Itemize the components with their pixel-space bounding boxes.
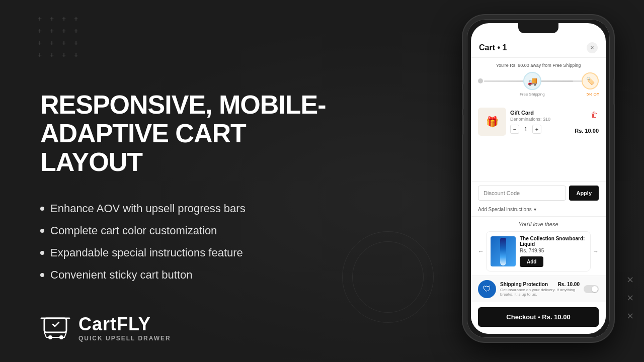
special-instructions-toggle[interactable]: Add Special instructions ▾ xyxy=(478,207,599,212)
phone-frame: Cart • 1 × You're Rs. 90.00 away from Fr… xyxy=(463,15,614,342)
discount-icon: 🏷️ xyxy=(582,72,599,89)
cart-logo-icon xyxy=(40,315,70,340)
upsell-product-name: The Collection Snowboard: Liquid xyxy=(520,236,586,247)
upsell-product-image xyxy=(491,236,516,266)
upsell-add-button[interactable]: Add xyxy=(520,256,543,267)
discount-section: Apply xyxy=(471,181,606,205)
main-heading: RESPONSIVE, MOBILE- ADAPTIVE CART LAYOUT xyxy=(40,90,352,177)
bullet-dot xyxy=(40,229,44,233)
item-info: Gift Card Denominations: $10 − 1 + xyxy=(510,110,571,134)
phone-screen: Cart • 1 × You're Rs. 90.00 away from Fr… xyxy=(471,23,606,334)
progress-section: You're Rs. 90.00 away from Free Shipping… xyxy=(471,58,606,100)
item-name: Gift Card xyxy=(510,110,571,116)
upsell-title: You'll love these xyxy=(478,221,599,227)
x-mark-3: ✕ xyxy=(626,311,634,322)
brand-tagline: QUICK UPSELL DRAWER xyxy=(78,335,171,342)
volume-down-button xyxy=(462,115,464,135)
feature-list: Enhance AOV with upsell progress bars Co… xyxy=(40,202,352,291)
upsell-card: The Collection Snowboard: Liquid Rs. 749… xyxy=(486,231,591,272)
shield-icon: 🛡 xyxy=(478,280,496,298)
progress-bar: 🚚 🏷️ xyxy=(478,72,599,90)
cart-close-button[interactable]: × xyxy=(587,42,598,53)
upsell-product-info: The Collection Snowboard: Liquid Rs. 749… xyxy=(520,236,586,267)
protection-info: Shipping Protection Rs. 10.00 Get insura… xyxy=(500,282,580,297)
brand-name: CartFLY xyxy=(78,314,171,335)
shipping-protection-section: 🛡 Shipping Protection Rs. 10.00 Get insu… xyxy=(471,276,606,302)
x-mark-2: ✕ xyxy=(626,293,634,304)
shipping-protection-toggle[interactable] xyxy=(584,285,599,293)
protection-title: Shipping Protection xyxy=(500,282,548,287)
list-item: Convenient sticky cart button xyxy=(40,268,352,282)
quantity-value: 1 xyxy=(522,126,529,132)
list-item: Expandable special instructions feature xyxy=(40,246,352,259)
phone-mockup: Cart • 1 × You're Rs. 90.00 away from Fr… xyxy=(463,15,614,342)
volume-up-button xyxy=(462,89,464,110)
upsell-product-price: Rs. 749.95 xyxy=(520,248,586,253)
progress-labels: Free Shipping 5% Off xyxy=(478,92,599,97)
phone-notch xyxy=(518,23,558,33)
upsell-next-button[interactable]: → xyxy=(593,248,599,255)
special-instructions-section: Add Special instructions ▾ xyxy=(471,205,606,217)
progress-start-dot xyxy=(478,78,483,83)
list-item: Complete cart color customization xyxy=(40,224,352,237)
progress-text: You're Rs. 90.00 away from Free Shipping xyxy=(478,63,599,68)
cart-header: Cart • 1 × xyxy=(471,37,606,58)
bullet-dot xyxy=(40,273,44,277)
bullet-dot xyxy=(40,207,44,211)
quantity-increase-button[interactable]: + xyxy=(532,125,541,134)
checkout-button[interactable]: Checkout • Rs. 10.00 xyxy=(478,307,599,327)
quantity-decrease-button[interactable]: − xyxy=(510,125,519,134)
apply-discount-button[interactable]: Apply xyxy=(569,186,599,201)
item-delete-button[interactable]: 🗑 xyxy=(590,110,599,120)
checkout-section: Checkout • Rs. 10.00 xyxy=(471,302,606,334)
protection-description: Get insurance on your delivery. If anyth… xyxy=(500,288,580,297)
shipping-label: Free Shipping xyxy=(520,92,545,97)
discount-label: 5% Off xyxy=(587,92,599,97)
power-button xyxy=(613,79,615,105)
item-variant: Denominations: $10 xyxy=(510,117,571,122)
brand-area: CartFLY QUICK UPSELL DRAWER xyxy=(40,314,171,342)
x-decorations: ✕ ✕ ✕ xyxy=(626,275,634,322)
cart-ui: Cart • 1 × You're Rs. 90.00 away from Fr… xyxy=(471,23,606,334)
toggle-knob xyxy=(592,286,598,292)
protection-price: Rs. 10.00 xyxy=(558,282,580,287)
upsell-section: You'll love these ← The Collection Snowb… xyxy=(471,217,606,276)
discount-code-input[interactable] xyxy=(478,186,566,201)
list-item: Enhance AOV with upsell progress bars xyxy=(40,202,352,215)
item-price: Rs. 10.00 xyxy=(575,128,599,134)
cart-items-list: 🎁 Gift Card Denominations: $10 − 1 + 🗑 xyxy=(471,100,606,181)
brand-text: CartFLY QUICK UPSELL DRAWER xyxy=(78,314,171,342)
volume-silent-button xyxy=(462,69,464,84)
upsell-prev-button[interactable]: ← xyxy=(478,248,484,255)
left-content-area: RESPONSIVE, MOBILE- ADAPTIVE CART LAYOUT… xyxy=(0,0,382,362)
item-thumbnail: 🎁 xyxy=(478,108,506,136)
bullet-dot xyxy=(40,251,44,255)
cart-title: Cart • 1 xyxy=(479,43,507,52)
x-mark-1: ✕ xyxy=(626,275,634,286)
snowboard-graphic xyxy=(500,238,506,265)
free-shipping-icon: 🚚 xyxy=(523,72,541,90)
cart-item: 🎁 Gift Card Denominations: $10 − 1 + 🗑 xyxy=(478,104,599,140)
quantity-row: − 1 + xyxy=(510,125,571,134)
